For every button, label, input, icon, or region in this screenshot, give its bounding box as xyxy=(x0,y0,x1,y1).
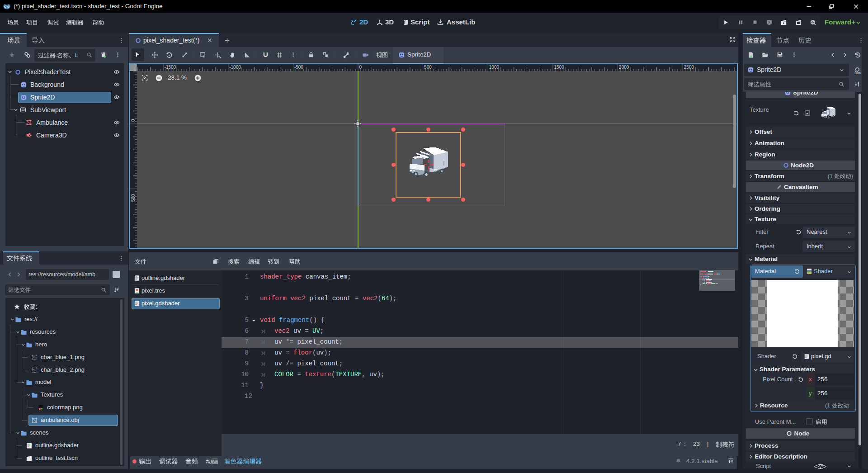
svg-text:2500: 2500 xyxy=(684,65,694,70)
svg-text:1500: 1500 xyxy=(554,65,565,70)
svg-text:2000: 2000 xyxy=(619,65,629,70)
svg-text:-1000: -1000 xyxy=(229,65,241,70)
svg-text:0: 0 xyxy=(359,65,362,70)
svg-text:0: 0 xyxy=(131,119,136,122)
svg-text:-1500: -1500 xyxy=(165,65,176,70)
svg-text:500: 500 xyxy=(424,65,432,70)
svg-text:500: 500 xyxy=(131,194,136,202)
svg-text:1000: 1000 xyxy=(489,65,500,70)
svg-text:-500: -500 xyxy=(294,65,303,70)
